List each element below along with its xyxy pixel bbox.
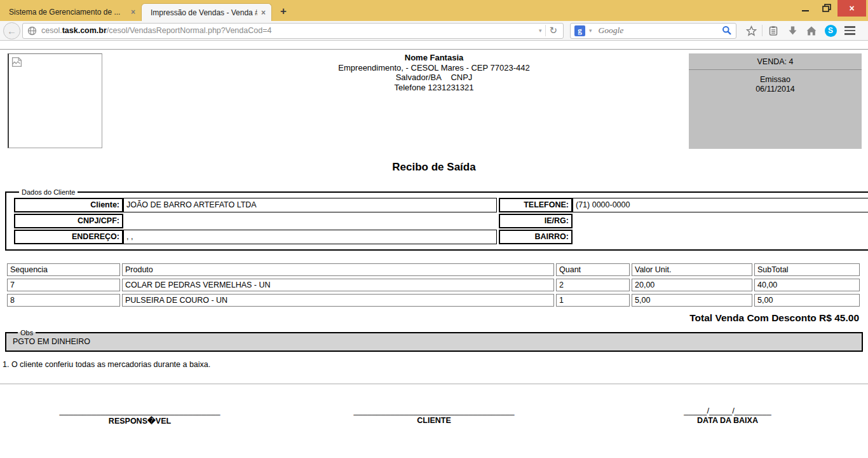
cnpj-cpf-label: CNPJ/CPF: [14,214,123,228]
back-arrow-icon: ← [7,25,17,36]
signature-label: DATA DA BAIXA [632,416,823,425]
bookmarks-menu-icon[interactable] [764,25,783,36]
tab-close-icon[interactable]: × [261,9,266,17]
url-text: cesol.task.com.br/cesol/VendasReportNorm… [41,26,271,35]
urlbar-dropdown-icon[interactable]: ▾ [535,27,546,34]
new-tab-button[interactable]: + [273,4,294,19]
obs-fieldset: Obs PGTO EM DINHEIRO [5,329,863,352]
signature-cliente: ___________________________________ CLIE… [339,406,529,425]
signature-line: ___________________________________ [44,406,235,415]
cell-subtotal: 40,00 [754,279,860,291]
signature-line: _____/_____/________ [632,406,823,415]
column-header-valor-unit: Valor Unit. [632,263,752,276]
bairro-value-empty [573,230,868,244]
home-icon[interactable] [802,25,821,36]
reload-icon[interactable]: ↻ [545,25,560,36]
footer-note: 1. O cliente conferiu todas as mercadori… [3,360,868,369]
items-header-row: Sequencia Produto Quant Valor Unit. SubT… [7,263,860,276]
close-button[interactable]: × [837,0,866,17]
restore-icon [822,4,831,12]
tab-title: Sistema de Gerenciamento de ... [9,8,127,17]
minimize-icon [802,10,809,11]
endereco-label: ENDEREÇO: [14,230,123,244]
cell-produto: COLAR DE PEDRAS VERMELHAS - UN [122,279,554,291]
table-row: 7 COLAR DE PEDRAS VERMELHAS - UN 2 20,00… [7,279,860,291]
page-title: Recibo de Saída [0,161,868,174]
client-row: ENDEREÇO: , , BAIRRO: [14,230,868,244]
client-row: Cliente: JOÃO DE BARRO ARTEFATO LTDA TEL… [14,198,868,212]
toolbar-separator [762,25,763,36]
client-row: CNPJ/CPF: IE/RG: [14,214,868,228]
cnpj-cpf-value-empty [123,214,497,228]
bairro-label: BAIRRO: [499,230,573,244]
url-bar[interactable]: cesol.task.com.br/cesol/VendasReportNorm… [22,23,564,39]
report-header: Nome Fantasia Empreendimento, - CESOL Ma… [0,50,868,150]
venda-number: VENDA: 4 [689,53,862,70]
cell-subtotal: 5,00 [754,294,860,307]
cliente-value: JOÃO DE BARRO ARTEFATO LTDA [123,198,497,212]
globe-icon [27,26,37,36]
close-icon: × [849,3,854,13]
search-placeholder: Google [599,25,624,36]
google-engine-icon[interactable]: g [574,25,585,36]
cell-valor-unit: 5,00 [632,294,752,307]
client-fieldset-legend: Dados do Cliente [19,188,78,196]
telefone-label: TELEFONE: [499,198,573,212]
emission-date: 06/11/2014 [689,85,862,94]
skype-icon[interactable]: S [821,25,840,37]
endereco-value: , , [123,230,497,244]
cell-valor-unit: 20,00 [632,279,752,291]
back-button[interactable]: ← [3,22,20,39]
emission-label: Emissao [689,75,862,84]
signature-label: CLIENTE [339,416,529,425]
search-engine-dropdown-icon[interactable]: ▾ [585,27,596,34]
tab-impressao-vendas[interactable]: Impressão de Vendas - Venda #4 × [141,3,272,21]
column-header-quant: Quant [556,263,630,276]
search-bar[interactable]: g ▾ Google [570,23,736,39]
signature-line: ___________________________________ [339,406,529,415]
url-domain: task.com.br [62,26,107,35]
items-table: Sequencia Produto Quant Valor Unit. SubT… [5,261,862,309]
cell-sequencia: 8 [7,294,120,307]
tab-bar: Sistema de Gerenciamento de ... × Impres… [0,0,868,21]
restore-button[interactable] [816,0,837,16]
report-page: Nome Fantasia Empreendimento, - CESOL Ma… [0,49,868,458]
cell-produto: PULSEIRA DE COURO - UN [122,294,554,307]
signature-label: RESPONS�VEL [44,416,235,426]
obs-fieldset-legend: Obs [18,329,36,337]
cell-quant: 1 [556,294,630,307]
column-header-sequencia: Sequencia [7,263,120,276]
signature-responsavel: ___________________________________ RESP… [44,406,235,426]
downloads-icon[interactable] [783,25,802,36]
obs-text: PGTO EM DINHEIRO [13,337,857,346]
minimize-button[interactable] [794,0,816,16]
tab-sistema-gerenciamento[interactable]: Sistema de Gerenciamento de ... × [0,3,141,21]
ie-rg-label: IE/RG: [499,214,573,228]
cliente-label: Cliente: [14,198,123,212]
venda-info-box: VENDA: 4 Emissao 06/11/2014 [689,53,862,149]
signature-area: ___________________________________ RESP… [0,406,868,450]
column-header-produto: Produto [122,263,554,276]
navigation-toolbar: ← cesol.task.com.br/cesol/VendasReportNo… [0,21,868,41]
browser-window: Sistema de Gerenciamento de ... × Impres… [0,0,868,458]
bottom-divider [0,384,868,384]
bookmark-star-icon[interactable] [742,25,761,36]
client-data-fieldset: Dados do Cliente Cliente: JOÃO DE BARRO … [5,188,868,251]
cell-quant: 2 [556,279,630,291]
total-with-discount: Total Venda Com Desconto R$ 45.00 [0,312,859,324]
tab-close-icon[interactable]: × [131,8,135,16]
signature-data-baixa: _____/_____/________ DATA DA BAIXA [632,406,823,425]
toolbar-icons: S [742,25,859,37]
table-row: 8 PULSEIRA DE COURO - UN 1 5,00 5,00 [7,294,860,307]
cell-sequencia: 7 [7,279,120,291]
ie-rg-value-empty [573,214,868,228]
search-icon[interactable] [722,25,732,36]
tab-title: Impressão de Vendas - Venda #4 [151,8,257,17]
column-header-subtotal: SubTotal [754,263,860,276]
menu-hamburger-icon[interactable] [840,26,859,35]
window-controls: × [794,0,866,17]
telefone-value: (71) 0000-0000 [573,198,868,212]
